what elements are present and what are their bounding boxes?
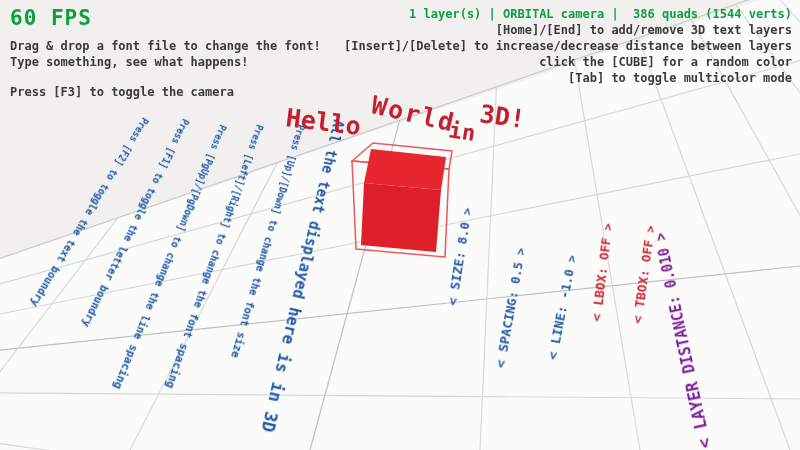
fps-counter: 60 FPS bbox=[10, 6, 321, 30]
instruction-layers: [Home]/[End] to add/remove 3D text layer… bbox=[344, 22, 792, 38]
instruction-type: Type something, see what happens! bbox=[10, 54, 321, 70]
instruction-cube-color: click the [CUBE] for a random color bbox=[344, 54, 792, 70]
app-viewport: All the text displayed here is in 3D Pre… bbox=[0, 0, 800, 450]
headline-word: in bbox=[447, 117, 477, 146]
hud-top-left: 60 FPS Drag & drop a font file to change… bbox=[10, 6, 321, 100]
hud-top-right: 1 layer(s) | ORBITAL camera | 386 quads … bbox=[344, 6, 792, 86]
instruction-layer-distance: [Insert]/[Delete] to increase/decrease d… bbox=[344, 38, 792, 54]
headline-word: 3D! bbox=[478, 99, 527, 134]
instruction-drag-drop: Drag & drop a font file to change the fo… bbox=[10, 38, 321, 54]
instruction-multicolor: [Tab] to toggle multicolor mode bbox=[344, 70, 792, 86]
status-bar: 1 layer(s) | ORBITAL camera | 386 quads … bbox=[344, 6, 792, 22]
cube-front-face bbox=[361, 183, 441, 252]
instruction-camera-toggle: Press [F3] to toggle the camera bbox=[10, 84, 321, 100]
